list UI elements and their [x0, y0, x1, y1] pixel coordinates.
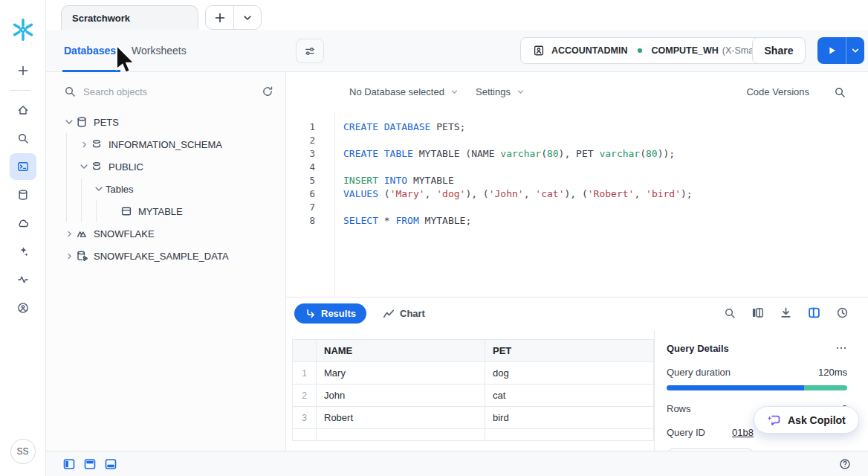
run-options-chevron-icon[interactable]	[846, 37, 864, 64]
table-row[interactable]: 2Johncat	[293, 385, 654, 407]
chevron-right-icon[interactable]	[77, 140, 91, 149]
play-icon[interactable]	[817, 37, 846, 64]
table-cell[interactable]: John	[317, 385, 485, 407]
code-area[interactable]: 1CREATE DATABASE PETS;23CREATE TABLE MYT…	[286, 112, 868, 297]
table-cell[interactable]: Robert	[317, 407, 485, 429]
layout-bottom-panel-icon[interactable]	[105, 458, 117, 470]
rail-item-plus[interactable]	[10, 57, 36, 84]
column-header-pet[interactable]: PET	[485, 340, 654, 362]
tab-chart[interactable]: Chart	[383, 303, 425, 324]
table-cell[interactable]: Mary	[317, 362, 485, 385]
tree-item-snowflake_sample_data[interactable]: SNOWFLAKE_SAMPLE_DATA	[46, 245, 285, 267]
table-row[interactable]: 3Robertbird	[293, 407, 654, 429]
results-search-icon[interactable]	[724, 307, 736, 319]
share-button[interactable]: Share	[752, 37, 806, 64]
query-details-title: Query Details	[667, 343, 729, 354]
rail-item-console[interactable]	[10, 153, 36, 180]
column-header-name[interactable]: NAME	[317, 340, 485, 362]
cloud-icon	[17, 217, 29, 229]
rail-item-database[interactable]	[10, 181, 36, 208]
table-row[interactable]: 1Marydog	[293, 362, 654, 385]
console-icon	[17, 161, 29, 173]
editor-display-options-button[interactable]	[296, 39, 324, 63]
line-number: 1	[286, 120, 315, 134]
code-line-5[interactable]: 5INSERT INTO MYTABLE	[286, 174, 868, 187]
chevron-right-icon[interactable]	[62, 229, 76, 239]
code-versions-button[interactable]: Code Versions	[746, 72, 809, 112]
user-avatar[interactable]: SS	[10, 439, 36, 464]
plus-icon	[214, 12, 226, 24]
tree-item-snowflake[interactable]: SNOWFLAKE	[46, 222, 285, 245]
chevron-down-icon[interactable]	[92, 183, 106, 195]
worksheet-list-button[interactable]	[233, 6, 261, 29]
chevron-down-icon[interactable]	[62, 116, 76, 128]
row-number: 3	[293, 407, 317, 429]
context-selector[interactable]: ACCOUNTADMIN COMPUTE_WH (X-Small)	[520, 37, 774, 64]
refresh-icon[interactable]	[262, 86, 273, 97]
code-line-1[interactable]: 1CREATE DATABASE PETS;	[286, 120, 868, 134]
line-number: 8	[286, 214, 315, 228]
row-number-header	[293, 340, 317, 362]
code-text: CREATE TABLE MYTABLE (NAME varchar(80), …	[343, 147, 675, 161]
worksheet-tab-scratchwork[interactable]: Scratchwork	[61, 5, 198, 30]
plus-icon	[17, 65, 29, 77]
search-objects-input[interactable]	[83, 86, 262, 97]
tree-item-tables[interactable]: Tables	[46, 178, 285, 200]
sidebar-tab-worksheets[interactable]: Worksheets	[132, 30, 187, 71]
sidebar-tab-databases[interactable]: Databases	[64, 30, 116, 71]
snowflake-logo[interactable]	[10, 17, 36, 42]
activity-icon	[17, 274, 29, 286]
layout-top-panel-icon[interactable]	[84, 458, 96, 470]
tree-item-pets[interactable]: PETS	[46, 111, 285, 133]
header-band: Databases Worksheets ACCOUNTADMIN COMPUT…	[46, 30, 868, 72]
database-icon	[76, 116, 88, 128]
tree-item-label: PUBLIC	[108, 161, 143, 173]
database-icon	[17, 189, 29, 201]
tree-item-mytable[interactable]: MYTABLE	[46, 200, 285, 222]
rail-item-admin[interactable]	[10, 295, 36, 321]
table-header-row: NAMEPET	[293, 340, 654, 362]
code-line-8[interactable]: 8SELECT * FROM MYTABLE;	[286, 214, 868, 228]
table-cell[interactable]: cat	[485, 385, 654, 407]
split-panel-icon[interactable]	[808, 306, 820, 319]
more-options-icon[interactable]	[835, 342, 847, 354]
code-line-6[interactable]: 6VALUES ('Mary', 'dog'), ('John', 'cat')…	[286, 187, 868, 201]
results-table: NAMEPET1Marydog2Johncat3Robertbird	[292, 339, 654, 441]
role-label: ACCOUNTADMIN	[551, 45, 628, 56]
ask-copilot-button[interactable]: Ask Copilot	[754, 406, 859, 434]
rail-item-cloud[interactable]	[10, 210, 36, 237]
tab-results[interactable]: Results	[294, 303, 366, 324]
row-number: 1	[293, 362, 317, 385]
chevron-right-icon[interactable]	[62, 251, 76, 261]
rail-item-sparkles[interactable]	[10, 238, 36, 265]
columns-icon[interactable]	[751, 306, 764, 319]
tree-item-public[interactable]: PUBLIC	[46, 155, 285, 178]
query-id-link[interactable]: 01b8	[732, 427, 754, 438]
code-line-4[interactable]: 4	[286, 161, 868, 174]
object-browser-panel: PETSINFORMATION_SCHEMAPUBLICTablesMYTABL…	[46, 72, 286, 451]
tree-item-information_schema[interactable]: INFORMATION_SCHEMA	[46, 133, 285, 155]
rail-divider	[10, 90, 30, 91]
table-cell[interactable]: dog	[485, 362, 654, 385]
rail-item-activity[interactable]	[10, 266, 36, 293]
rail-item-home[interactable]	[10, 97, 36, 123]
run-button[interactable]	[817, 37, 864, 64]
code-line-2[interactable]: 2	[286, 134, 868, 147]
database-selector-dropdown[interactable]: No Database selected	[349, 72, 459, 112]
table-cell[interactable]: bird	[485, 407, 654, 429]
code-line-7[interactable]: 7	[286, 201, 868, 214]
download-icon[interactable]	[780, 306, 792, 319]
duration-value: 120ms	[818, 367, 847, 378]
search-icon	[17, 132, 29, 144]
chevron-down-icon[interactable]	[77, 161, 91, 173]
editor-settings-dropdown[interactable]: Settings	[476, 72, 525, 112]
editor-search-icon[interactable]	[834, 72, 846, 112]
code-line-3[interactable]: 3CREATE TABLE MYTABLE (NAME varchar(80),…	[286, 147, 868, 161]
history-clock-icon[interactable]	[836, 306, 849, 319]
new-worksheet-button[interactable]	[206, 6, 233, 29]
chart-line-icon	[383, 308, 395, 320]
layout-left-panel-icon[interactable]	[63, 458, 75, 470]
worksheet-tab-label: Scratchwork	[72, 13, 130, 24]
rail-item-search[interactable]	[10, 125, 36, 152]
help-icon[interactable]	[839, 458, 851, 470]
